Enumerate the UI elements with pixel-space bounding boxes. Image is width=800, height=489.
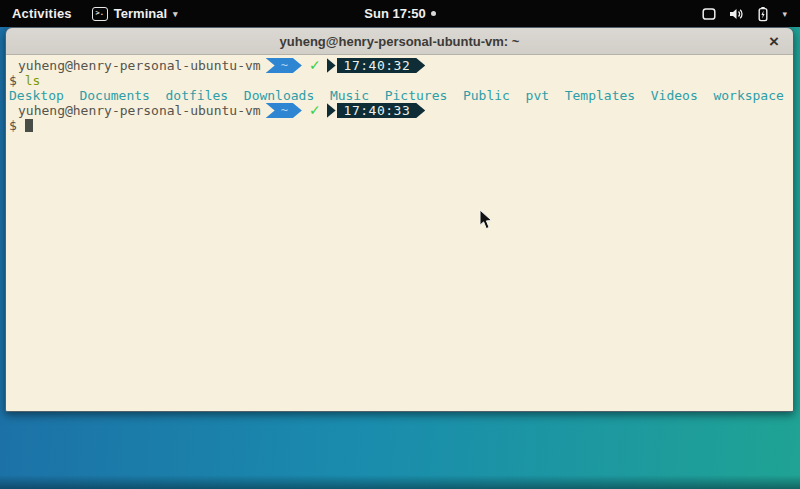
command-line: $ ls — [9, 73, 790, 88]
check-icon: ✓ — [309, 58, 321, 73]
clock-label: Sun 17:50 — [364, 6, 425, 21]
screen-icon — [701, 6, 717, 22]
notification-dot-icon — [431, 11, 436, 16]
window-titlebar[interactable]: yuheng@henry-personal-ubuntu-vm: ~ × — [6, 28, 793, 55]
prompt-user-host: yuheng@henry-personal-ubuntu-vm — [18, 58, 261, 73]
chevron-down-icon: ▾ — [782, 9, 787, 19]
top-bar: Activities >. Terminal ▾ Sun 17:50 — [0, 0, 800, 27]
prompt-symbol: $ — [9, 118, 17, 133]
app-menu-terminal[interactable]: >. Terminal ▾ — [84, 0, 186, 27]
activities-button[interactable]: Activities — [0, 0, 84, 27]
system-menu[interactable]: ▾ — [688, 0, 800, 27]
prompt-time-segment: 17:40:32 — [337, 58, 426, 73]
chevron-down-icon: ▾ — [173, 9, 178, 19]
prompt-user-host: yuheng@henry-personal-ubuntu-vm — [18, 103, 261, 118]
terminal-app-icon: >. — [92, 7, 108, 21]
prompt-line-1: yuheng@henry-personal-ubuntu-vm ~ ✓ 17:4… — [9, 58, 790, 73]
window-title: yuheng@henry-personal-ubuntu-vm: ~ — [280, 34, 520, 49]
prompt-line-2: yuheng@henry-personal-ubuntu-vm ~ ✓ 17:4… — [9, 103, 790, 118]
terminal-window: yuheng@henry-personal-ubuntu-vm: ~ × yuh… — [5, 27, 794, 412]
input-line[interactable]: $ — [9, 118, 790, 133]
check-icon: ✓ — [309, 103, 321, 118]
terminal-content[interactable]: yuheng@henry-personal-ubuntu-vm ~ ✓ 17:4… — [6, 55, 793, 411]
close-icon[interactable]: × — [769, 28, 779, 54]
powerline-arrow-icon — [327, 103, 336, 118]
prompt-symbol: $ — [9, 73, 17, 88]
prompt-cwd-segment: ~ — [266, 103, 302, 118]
text-cursor — [25, 119, 33, 132]
battery-charging-icon — [755, 6, 771, 22]
desktop: Activities >. Terminal ▾ Sun 17:50 — [0, 0, 800, 489]
prompt-time-segment: 17:40:33 — [337, 103, 426, 118]
volume-icon — [728, 6, 744, 22]
prompt-cwd-segment: ~ — [266, 58, 302, 73]
ls-output-line: Desktop Documents dotfiles Downloads Mus… — [9, 88, 790, 103]
powerline-arrow-icon — [327, 58, 336, 73]
command-text: ls — [25, 73, 41, 88]
app-menu-label: Terminal — [114, 6, 167, 21]
